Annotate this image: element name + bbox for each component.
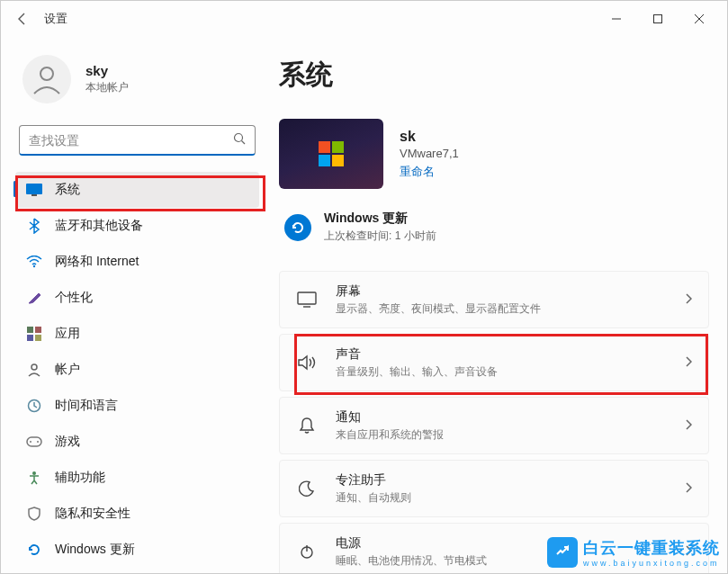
app-title: 设置 — [44, 11, 67, 27]
user-profile[interactable]: sky 本地帐户 — [15, 44, 266, 121]
svg-point-14 — [31, 364, 37, 370]
sync-icon — [284, 214, 311, 241]
chevron-right-icon — [685, 480, 692, 497]
close-button[interactable] — [679, 4, 720, 33]
minimize-button[interactable] — [596, 4, 637, 33]
nav-label: Windows 更新 — [55, 542, 135, 558]
nav-gaming[interactable]: 游戏 — [15, 424, 259, 460]
setting-focus[interactable]: 专注助手 通知、自动规则 — [279, 460, 709, 517]
nav-network[interactable]: 网络和 Internet — [15, 244, 259, 280]
display-icon — [296, 291, 318, 308]
svg-rect-13 — [35, 335, 41, 341]
rename-link[interactable]: 重命名 — [400, 164, 459, 180]
watermark-text: 白云一键重装系统 — [583, 539, 720, 557]
nav-label: 时间和语言 — [55, 398, 118, 414]
setting-display[interactable]: 屏幕 显示器、亮度、夜间模式、显示器配置文件 — [279, 271, 709, 328]
user-type: 本地帐户 — [85, 80, 129, 95]
svg-point-18 — [37, 441, 39, 443]
nav-label: 应用 — [55, 326, 80, 342]
back-button[interactable] — [8, 4, 37, 33]
windows-logo-icon — [319, 141, 344, 166]
wifi-icon — [26, 254, 42, 270]
chevron-right-icon — [685, 354, 692, 371]
clock-icon — [26, 398, 42, 414]
setting-title: 电源 — [336, 535, 487, 552]
brush-icon — [26, 290, 42, 306]
update-title: Windows 更新 — [324, 211, 436, 227]
setting-title: 专注助手 — [336, 472, 411, 489]
setting-subtitle: 音量级别、输出、输入、声音设备 — [336, 364, 498, 380]
setting-subtitle: 通知、自动规则 — [336, 490, 411, 506]
setting-notifications[interactable]: 通知 来自应用和系统的警报 — [279, 397, 709, 454]
setting-subtitle: 显示器、亮度、夜间模式、显示器配置文件 — [336, 301, 541, 317]
chevron-right-icon — [685, 291, 692, 308]
update-subtitle: 上次检查时间: 1 小时前 — [324, 229, 436, 244]
svg-line-6 — [242, 140, 246, 144]
nav-system[interactable]: 系统 — [15, 172, 259, 208]
sound-icon — [296, 354, 318, 371]
setting-subtitle: 来自应用和系统的警报 — [336, 427, 444, 443]
accessibility-icon — [26, 470, 42, 486]
bell-icon — [296, 417, 318, 435]
nav-label: 辅助功能 — [55, 470, 105, 486]
system-icon — [26, 182, 42, 198]
svg-rect-11 — [35, 327, 41, 333]
windows-update-status[interactable]: Windows 更新 上次检查时间: 1 小时前 — [284, 211, 709, 244]
svg-rect-12 — [27, 335, 33, 341]
svg-rect-7 — [26, 184, 42, 194]
nav-label: 个性化 — [55, 290, 93, 306]
svg-point-4 — [40, 67, 53, 80]
nav-label: 蓝牙和其他设备 — [55, 218, 143, 234]
nav-accounts[interactable]: 帐户 — [15, 352, 259, 388]
watermark-logo-icon — [547, 537, 578, 568]
maximize-button[interactable] — [637, 4, 679, 33]
nav-windows-update[interactable]: Windows 更新 — [15, 532, 259, 568]
nav-personalization[interactable]: 个性化 — [15, 280, 259, 316]
setting-title: 通知 — [336, 409, 444, 426]
setting-sound[interactable]: 声音 音量级别、输出、输入、声音设备 — [279, 334, 709, 391]
device-info[interactable]: sk VMware7,1 重命名 — [279, 119, 709, 189]
nav-label: 游戏 — [55, 434, 80, 450]
setting-subtitle: 睡眠、电池使用情况、节电模式 — [336, 553, 487, 569]
moon-icon — [296, 480, 318, 497]
setting-title: 声音 — [336, 346, 498, 363]
nav-privacy[interactable]: 隐私和安全性 — [15, 496, 259, 532]
search-input[interactable] — [29, 133, 233, 148]
update-icon — [26, 542, 42, 558]
nav-bluetooth[interactable]: 蓝牙和其他设备 — [15, 208, 259, 244]
nav-label: 网络和 Internet — [55, 254, 139, 270]
power-icon — [296, 543, 318, 560]
watermark: 白云一键重装系统 www.baiyunxitong.com — [547, 537, 720, 568]
svg-rect-16 — [27, 437, 41, 446]
svg-point-9 — [33, 265, 35, 267]
svg-rect-10 — [27, 327, 33, 333]
shield-icon — [26, 506, 42, 522]
nav-label: 系统 — [55, 182, 80, 198]
setting-title: 屏幕 — [336, 283, 541, 300]
page-title: 系统 — [279, 57, 709, 94]
user-name: sky — [85, 63, 129, 78]
nav-accessibility[interactable]: 辅助功能 — [15, 460, 259, 496]
nav-label: 隐私和安全性 — [55, 506, 130, 522]
chevron-right-icon — [685, 417, 692, 434]
svg-rect-8 — [31, 194, 37, 196]
avatar — [22, 55, 71, 103]
gaming-icon — [26, 434, 42, 450]
bluetooth-icon — [26, 218, 42, 234]
device-thumbnail — [279, 119, 383, 189]
nav-apps[interactable]: 应用 — [15, 316, 259, 352]
apps-icon — [26, 326, 42, 342]
svg-rect-1 — [654, 15, 662, 23]
nav-time[interactable]: 时间和语言 — [15, 388, 259, 424]
svg-point-19 — [32, 471, 36, 475]
device-name: sk — [400, 129, 459, 145]
account-icon — [26, 362, 42, 378]
search-icon — [233, 132, 246, 148]
search-box[interactable] — [19, 125, 256, 156]
svg-point-5 — [235, 133, 243, 141]
svg-point-17 — [30, 441, 31, 443]
watermark-url: www.baiyunxitong.com — [583, 559, 720, 568]
svg-rect-20 — [298, 292, 316, 304]
nav-label: 帐户 — [55, 362, 80, 378]
device-model: VMware7,1 — [400, 147, 459, 160]
